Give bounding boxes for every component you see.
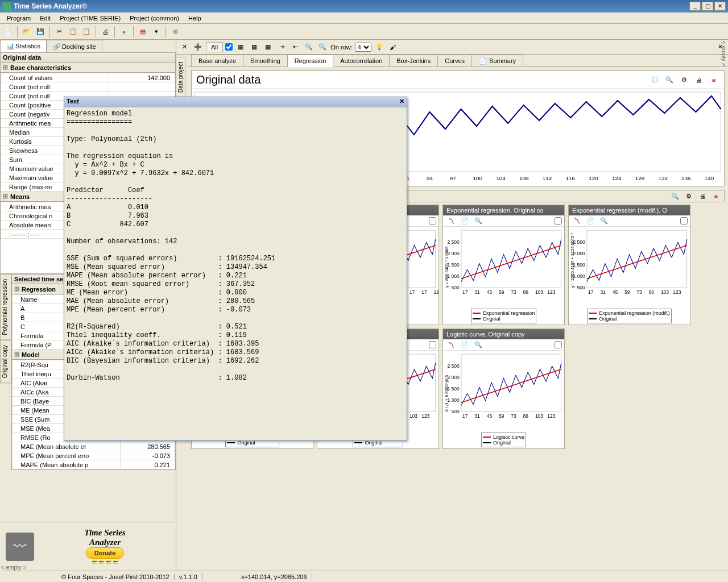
- bulb-icon[interactable]: 💡: [374, 41, 385, 53]
- table-row[interactable]: MPE (Mean percent erro-0.073: [13, 451, 175, 460]
- subtab-summary[interactable]: 📄Summary: [471, 55, 523, 67]
- minimize-button[interactable]: _: [689, 2, 701, 11]
- sc-chart-icon[interactable]: 〽: [571, 215, 582, 227]
- svg-text:112: 112: [543, 175, 552, 181]
- menu-program[interactable]: Program: [2, 14, 35, 23]
- small-chart-body[interactable]: 5001 0001 5002 0002 50017314559738610312…: [569, 227, 690, 306]
- info-icon[interactable]: ⓘ: [649, 74, 660, 86]
- zoom2-icon[interactable]: 🔍: [317, 41, 328, 53]
- table-row[interactable]: Count (not null: [1, 82, 175, 92]
- onrow-label: On row:: [330, 44, 353, 51]
- close-x-icon[interactable]: ✕: [179, 41, 190, 53]
- maximize-button[interactable]: ▢: [702, 2, 713, 11]
- table-row[interactable]: Count of values142.000: [1, 73, 175, 82]
- grid-icon[interactable]: ▦: [235, 41, 246, 53]
- sc-zoom-icon[interactable]: 🔍: [598, 215, 610, 227]
- menu-edit[interactable]: Edit: [35, 14, 55, 23]
- print-icon[interactable]: 🖨: [100, 26, 111, 38]
- sc-zoom-icon[interactable]: 🔍: [473, 215, 484, 227]
- tab-statistics[interactable]: 📊Statistics: [0, 40, 47, 52]
- collapse-icon[interactable]: ⇥: [276, 41, 287, 53]
- open-icon[interactable]: 📂: [21, 26, 32, 38]
- vtab-original[interactable]: Original copy: [0, 340, 11, 383]
- vtab-data-project[interactable]: Data project: [176, 57, 185, 98]
- small-chart-header: Logistic curve, Original copy: [443, 329, 564, 339]
- svg-text:1 500: 1 500: [447, 386, 460, 392]
- svg-text:120: 120: [589, 175, 598, 181]
- subtab-regression[interactable]: Regression: [287, 55, 334, 67]
- grid3-icon[interactable]: ▦: [262, 41, 274, 53]
- stop-icon[interactable]: ⊘: [169, 26, 181, 38]
- subtab-box-jenkins[interactable]: Box-Jenkins: [389, 55, 438, 67]
- pdf-icon[interactable]: ▤: [137, 26, 148, 38]
- sc-doc-icon[interactable]: 📄: [459, 215, 470, 227]
- data-project-vtab-container: Data project: [176, 57, 186, 98]
- gear-icon[interactable]: ⚙: [679, 74, 690, 86]
- svg-text:73: 73: [511, 289, 516, 295]
- svg-text:59: 59: [499, 413, 504, 419]
- svg-text:103: 103: [410, 413, 417, 419]
- table-row[interactable]: MAE (Mean absolute er280.565: [13, 442, 175, 451]
- menu-chart-icon[interactable]: ≡: [708, 74, 719, 86]
- menu-project-ts[interactable]: Project (TIME SERIE): [55, 14, 125, 23]
- menu-project-common[interactable]: Project (common): [125, 14, 184, 23]
- sc-chart-icon[interactable]: 〽: [445, 215, 457, 227]
- zoom-icon[interactable]: 🔍: [303, 41, 315, 53]
- small-chart-toolbar: 〽📄🔍: [443, 339, 564, 351]
- zoom-chart-icon[interactable]: 🔍: [664, 74, 675, 86]
- subtab-base analyze[interactable]: Base analyze: [191, 55, 243, 67]
- close-button[interactable]: ✕: [714, 2, 726, 11]
- svg-text:104: 104: [496, 175, 506, 181]
- sc-check[interactable]: [555, 341, 562, 348]
- donate-button[interactable]: Donate: [86, 547, 124, 559]
- save-icon[interactable]: 💾: [35, 26, 46, 38]
- svg-text:123: 123: [547, 289, 555, 295]
- svg-text:128: 128: [635, 175, 645, 181]
- sc-zoom-icon[interactable]: 🔍: [473, 339, 484, 351]
- grid-gear-icon[interactable]: ⚙: [683, 190, 694, 202]
- svg-text:86: 86: [523, 413, 529, 419]
- expand-icon[interactable]: ⇤: [289, 41, 301, 53]
- paste-icon[interactable]: 📋: [81, 26, 92, 38]
- check1[interactable]: [225, 43, 233, 51]
- sc-check[interactable]: [429, 341, 436, 348]
- print-chart-icon[interactable]: 🖨: [693, 74, 705, 86]
- grid-zoom-icon[interactable]: 🔍: [669, 190, 681, 202]
- vtab-polynomial[interactable]: Polynomial regression: [0, 274, 11, 340]
- grid-menu-icon[interactable]: ≡: [710, 190, 722, 202]
- subtab-autocorrelation[interactable]: Autocorrelation: [333, 55, 390, 67]
- donate-box: 〰 Time Series Analyzer Donate 💳 💳 💳 💳: [0, 522, 176, 571]
- svg-text:17: 17: [410, 289, 415, 295]
- tab-docking[interactable]: 🔗Docking site: [47, 40, 102, 52]
- dialog-title: Text: [67, 98, 399, 107]
- copy-icon[interactable]: 📋: [67, 26, 78, 38]
- record-icon[interactable]: ●: [118, 26, 130, 38]
- sc-doc-icon[interactable]: 📄: [459, 339, 470, 351]
- all-button[interactable]: All: [206, 42, 223, 52]
- dialog-close-icon[interactable]: ✕: [399, 98, 404, 107]
- small-chart-body[interactable]: 5001 0001 5002 0002 50017314559738610312…: [443, 351, 564, 430]
- sc-doc-icon[interactable]: 📄: [585, 215, 596, 227]
- paint-icon[interactable]: 🖌: [387, 41, 399, 53]
- dropdown-icon[interactable]: ▾: [151, 26, 162, 38]
- grid2-icon[interactable]: ▦: [249, 41, 260, 53]
- onrow-select[interactable]: 4: [355, 43, 371, 52]
- menu-help[interactable]: Help: [184, 14, 206, 23]
- sc-check[interactable]: [429, 217, 436, 225]
- small-chart-body[interactable]: 5001 0001 5002 0002 50017314559738610312…: [443, 227, 564, 306]
- app-logo-icon: 〰: [6, 533, 34, 561]
- sc-chart-icon[interactable]: 〽: [445, 339, 457, 351]
- subtab-curves[interactable]: Curves: [437, 55, 472, 67]
- cut-icon[interactable]: ✂: [53, 26, 65, 38]
- sc-check[interactable]: [555, 217, 562, 225]
- add-icon[interactable]: ➕: [192, 41, 204, 53]
- svg-text:103: 103: [661, 289, 669, 295]
- svg-text:31: 31: [474, 413, 480, 419]
- grid-print-icon[interactable]: 🖨: [697, 190, 708, 202]
- table-row[interactable]: MAPE (Mean absolute p0.221: [13, 460, 175, 469]
- base-char-header[interactable]: Base characteristics: [1, 63, 175, 73]
- new-icon[interactable]: 📄: [2, 26, 14, 38]
- sc-check[interactable]: [680, 217, 688, 225]
- small-chart-header: Exponential regression, Original co: [443, 205, 564, 215]
- subtab-smoothing[interactable]: Smoothing: [243, 55, 288, 67]
